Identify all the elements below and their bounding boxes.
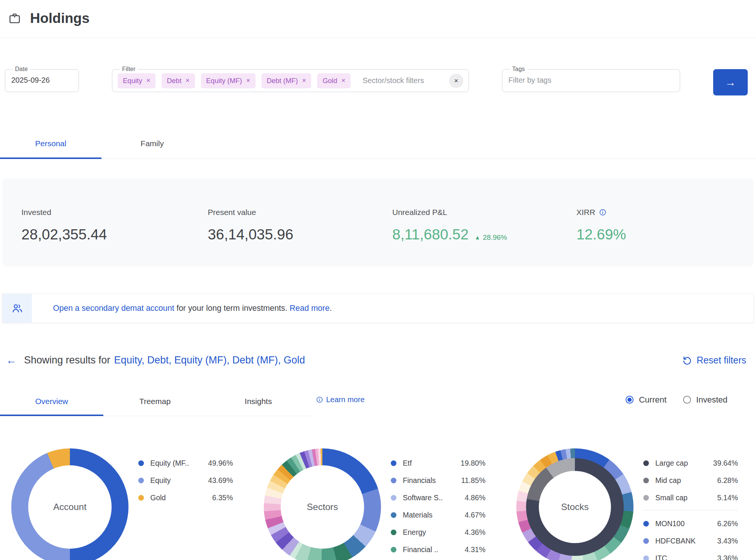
apply-filters-button[interactable]: → — [713, 69, 748, 95]
read-more-link[interactable]: Read more — [290, 304, 330, 313]
subtabs-row: Overview Treemap Insights Learn more Cur… — [0, 389, 756, 416]
filter-field[interactable]: Filter Equity × Debt × Equity (MF) × Deb… — [112, 66, 469, 92]
legend-dot — [138, 478, 144, 483]
chip-remove-icon[interactable]: × — [146, 77, 150, 85]
radio-unselected-icon — [683, 396, 691, 404]
sectors-chart-label: Sectors — [307, 502, 338, 512]
filter-chip-gold[interactable]: Gold × — [317, 73, 351, 88]
legend-row: ITC 3.36% — [643, 549, 738, 560]
banner-icon-box — [3, 294, 32, 322]
account-legend: Equity (MF.. 49.96% Equity 43.69% Gold 6… — [138, 448, 233, 560]
legend-dot — [391, 547, 396, 552]
tab-overview[interactable]: Overview — [0, 389, 103, 416]
filter-field-label: Filter — [120, 66, 138, 73]
date-field[interactable]: Date — [5, 66, 79, 92]
legend-dot — [643, 555, 649, 560]
filter-chip-debt[interactable]: Debt × — [162, 73, 195, 88]
filter-chip-equity[interactable]: Equity × — [118, 73, 156, 88]
tags-field[interactable]: Tags — [502, 66, 680, 92]
legend-row: Financials 11.85% — [391, 472, 485, 489]
chip-remove-icon[interactable]: × — [302, 77, 306, 85]
xirr-metric: XIRR 12.69% — [576, 208, 754, 266]
arrow-right-icon: → — [725, 76, 736, 89]
unrealized-pnl-label: Unrealized P&L — [392, 208, 576, 217]
charts-row: Account Equity (MF.. 49.96% Equity 43.69… — [11, 448, 756, 560]
view-tabs: Overview Treemap Insights — [0, 389, 310, 416]
results-row: ← Showing results for Equity, Debt, Equi… — [6, 354, 746, 366]
stocks-chart-label: Stocks — [561, 502, 589, 512]
invested-metric: Invested 28,02,355.44 — [21, 208, 208, 266]
pnl-delta: ▲ 28.96% — [475, 233, 507, 242]
legend-dot — [643, 521, 649, 527]
results-filter-list[interactable]: Equity, Debt, Equity (MF), Debt (MF), Go… — [114, 354, 305, 366]
date-input[interactable] — [11, 76, 73, 88]
legend-row: Mid cap 6.28% — [643, 472, 738, 489]
tags-input[interactable] — [508, 76, 674, 88]
learn-more-link[interactable]: Learn more — [316, 395, 364, 404]
legend-dot — [643, 460, 649, 466]
summary-card: Invested 28,02,355.44 Present value 36,1… — [2, 179, 754, 266]
account-tabs: Personal Family — [0, 129, 756, 159]
legend-row: Materials 4.67% — [391, 506, 485, 524]
banner-text: Open a secondary demat account for your … — [32, 294, 332, 322]
page-header: Holdings — [0, 0, 756, 38]
sectors-legend: Etf 19.80% Financials 11.85% Software S.… — [391, 448, 485, 560]
date-field-label: Date — [13, 66, 30, 73]
account-chart-label: Account — [53, 502, 87, 512]
chip-remove-icon[interactable]: × — [341, 77, 345, 85]
xirr-value: 12.69% — [576, 226, 754, 243]
radio-selected-icon — [626, 396, 634, 404]
briefcase-icon — [8, 12, 21, 25]
filter-chip-debt-mf[interactable]: Debt (MF) × — [262, 73, 311, 88]
unrealized-pnl-value: 8,11,680.52 ▲ 28.96% — [392, 226, 576, 243]
demat-banner: Open a secondary demat account for your … — [2, 294, 754, 323]
page-title: Holdings — [30, 11, 89, 26]
unrealized-pnl-metric: Unrealized P&L 8,11,680.52 ▲ 28.96% — [392, 208, 576, 266]
invested-label: Invested — [21, 208, 208, 217]
legend-row: Energy 4.36% — [391, 524, 485, 541]
chip-remove-icon[interactable]: × — [186, 77, 190, 85]
info-icon[interactable] — [599, 209, 606, 216]
tab-family[interactable]: Family — [101, 129, 203, 159]
chip-remove-icon[interactable]: × — [246, 77, 250, 85]
tab-insights[interactable]: Insights — [207, 389, 310, 416]
account-donut-chart[interactable]: Account — [11, 448, 129, 560]
account-chart-group: Account Equity (MF.. 49.96% Equity 43.69… — [11, 448, 264, 560]
filter-chip-equity-mf[interactable]: Equity (MF) × — [201, 73, 256, 88]
radio-invested[interactable]: Invested — [683, 395, 727, 405]
legend-dot — [391, 460, 396, 466]
legend-row: Financial .. 4.31% — [391, 541, 485, 558]
tab-personal[interactable]: Personal — [0, 129, 101, 159]
legend-divider — [643, 510, 738, 510]
tab-treemap[interactable]: Treemap — [103, 389, 207, 416]
sectors-chart-group: Sectors Etf 19.80% Financials 11.85% Sof… — [264, 448, 516, 560]
legend-row: Equity (MF.. 49.96% — [138, 454, 233, 472]
legend-dot — [391, 530, 396, 535]
legend-row: HDFCBANK 3.43% — [643, 532, 738, 549]
filter-chips: Equity × Debt × Equity (MF) × Debt (MF) … — [118, 73, 463, 91]
legend-row: Industrial.. 4.14% — [391, 558, 485, 560]
legend-dot — [643, 478, 649, 483]
people-icon — [11, 302, 23, 314]
legend-dot — [391, 512, 396, 518]
sectors-donut-chart[interactable]: Sectors — [264, 448, 381, 560]
legend-row: Gold 6.35% — [138, 489, 233, 506]
legend-row: Large cap 39.64% — [643, 454, 738, 472]
legend-row: Etf 19.80% — [391, 454, 485, 472]
invested-value: 28,02,355.44 — [21, 226, 208, 243]
stocks-legend: Large cap 39.64% Mid cap 6.28% Small cap… — [643, 448, 738, 560]
legend-dot — [138, 460, 144, 466]
open-demat-link[interactable]: Open a secondary demat account — [53, 304, 174, 313]
stocks-chart-group: Stocks Large cap 39.64% Mid cap 6.28% Sm… — [516, 448, 756, 560]
legend-dot — [643, 538, 649, 544]
info-icon — [316, 396, 323, 403]
legend-dot — [391, 495, 396, 501]
legend-row: Equity 43.69% — [138, 472, 233, 489]
filter-row: Date Filter Equity × Debt × Equity (MF) … — [5, 66, 748, 95]
back-arrow-icon[interactable]: ← — [6, 355, 17, 366]
radio-current[interactable]: Current — [626, 395, 666, 405]
reset-filters-button[interactable]: Reset filters — [682, 355, 746, 366]
legend-row: Small cap 5.14% — [643, 489, 738, 506]
clear-filters-button[interactable]: × — [449, 74, 463, 88]
stocks-donut-chart[interactable]: Stocks — [516, 448, 634, 560]
